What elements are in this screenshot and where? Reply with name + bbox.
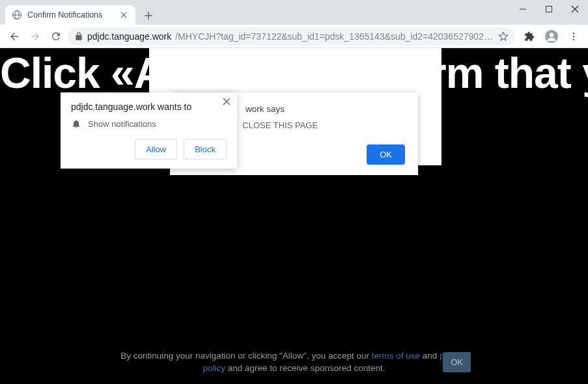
tab-title: Confirm Notifications (27, 10, 113, 20)
terms-link[interactable]: terms of use (372, 351, 420, 361)
alert-ok-button[interactable]: OK (367, 144, 405, 165)
toolbar-right (518, 27, 583, 46)
svg-point-14 (573, 35, 575, 37)
allow-button[interactable]: Allow (135, 139, 177, 159)
bell-icon (71, 118, 81, 129)
globe-icon (12, 10, 22, 20)
cookie-ok-button[interactable]: OK (443, 352, 471, 372)
block-button[interactable]: Block (184, 139, 227, 159)
new-tab-button[interactable] (139, 7, 158, 25)
notification-permission-popup: pdjdc.tanguage.work wants to Show notifi… (61, 92, 237, 169)
svg-rect-1 (546, 7, 552, 12)
lock-icon (74, 32, 83, 41)
maximize-button[interactable] (536, 0, 562, 18)
reload-button[interactable] (47, 27, 65, 46)
extensions-icon[interactable] (520, 27, 539, 46)
svg-point-13 (573, 33, 575, 34)
window-controls (510, 0, 588, 18)
tabstrip: Confirm Notifications (0, 5, 588, 25)
cookie-banner: By continuing your navigation or clickin… (0, 341, 588, 384)
profile-avatar[interactable] (542, 27, 561, 46)
cookie-banner-text: By continuing your navigation or clickin… (112, 350, 477, 375)
notification-permission-label: Show notifications (88, 119, 156, 129)
minimize-button[interactable] (510, 0, 536, 18)
page-content: Click «Allow» to confirm that you are Mo… (0, 48, 588, 384)
tab-close-icon[interactable] (119, 10, 129, 20)
svg-point-12 (550, 33, 553, 36)
titlebar (0, 0, 588, 5)
browser-tab[interactable]: Confirm Notifications (5, 5, 135, 25)
url-host: pdjdc.tanguage.work (87, 31, 171, 42)
notification-prompt-text: pdjdc.tanguage.work wants to (71, 102, 227, 112)
forward-button[interactable] (26, 27, 44, 46)
address-bar[interactable]: pdjdc.tanguage.work/MHYCJH?tag_id=737122… (68, 27, 515, 46)
url-path: /MHYCJH?tag_id=737122&sub_id1=pdsk_13651… (175, 31, 494, 42)
browser-toolbar: pdjdc.tanguage.work/MHYCJH?tag_id=737122… (0, 25, 588, 48)
close-window-button[interactable] (562, 0, 588, 18)
svg-point-15 (573, 38, 575, 40)
menu-icon[interactable] (565, 27, 583, 46)
bookmark-star-icon[interactable] (498, 31, 509, 42)
back-button[interactable] (5, 27, 23, 46)
popup-close-icon[interactable] (223, 98, 231, 105)
